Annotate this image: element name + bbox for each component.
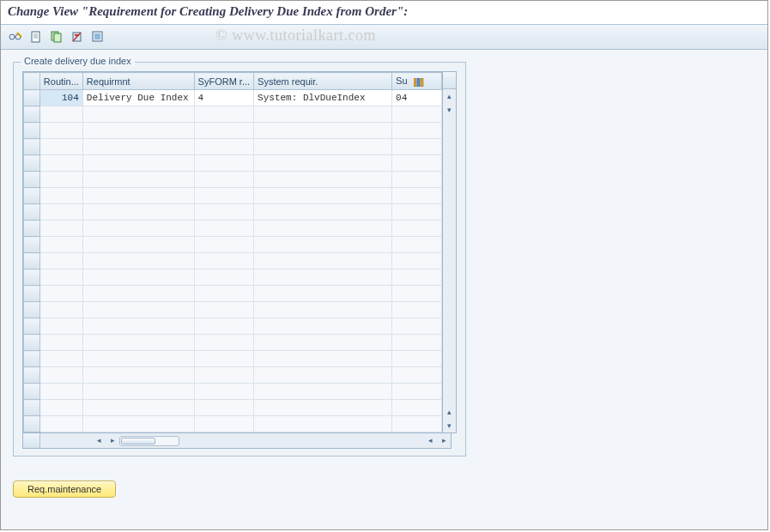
- cell-empty[interactable]: [254, 318, 392, 335]
- cell-empty[interactable]: [39, 204, 82, 221]
- table-row[interactable]: [24, 253, 442, 269]
- scroll-left-button[interactable]: ◂: [93, 435, 105, 447]
- data-grid[interactable]: Routin... Requirmnt SyFORM r... System r…: [23, 72, 442, 432]
- cell-empty[interactable]: [392, 221, 442, 237]
- cell-empty[interactable]: [392, 335, 442, 351]
- table-row[interactable]: [24, 123, 442, 139]
- table-row[interactable]: [24, 351, 442, 367]
- copy-button[interactable]: [47, 28, 66, 45]
- cell-empty[interactable]: [254, 335, 392, 351]
- cell-empty[interactable]: [82, 221, 194, 237]
- col-syform[interactable]: SyFORM r...: [194, 73, 254, 90]
- row-selector[interactable]: [24, 221, 40, 237]
- scroll-right-button-right[interactable]: ▸: [438, 435, 450, 447]
- cell-empty[interactable]: [82, 286, 194, 302]
- cell-empty[interactable]: [254, 237, 392, 253]
- delete-button[interactable]: [68, 28, 87, 45]
- table-row[interactable]: [24, 106, 442, 123]
- row-selector[interactable]: [24, 286, 40, 302]
- row-selector[interactable]: [24, 416, 40, 432]
- table-row[interactable]: [24, 155, 442, 172]
- cell-empty[interactable]: [194, 204, 254, 221]
- cell-empty[interactable]: [82, 237, 194, 253]
- cell-empty[interactable]: [194, 139, 254, 155]
- cell-empty[interactable]: [254, 269, 392, 286]
- row-selector[interactable]: [24, 123, 40, 139]
- cell-empty[interactable]: [254, 221, 392, 237]
- row-selector[interactable]: [24, 400, 40, 416]
- cell-empty[interactable]: [254, 204, 392, 221]
- cell-empty[interactable]: [82, 188, 194, 204]
- table-row[interactable]: [24, 335, 442, 351]
- cell-empty[interactable]: [194, 351, 254, 367]
- cell-empty[interactable]: [194, 416, 254, 432]
- vertical-scrollbar[interactable]: ▴ ▾ ▴ ▾: [443, 71, 457, 433]
- table-row[interactable]: [24, 269, 442, 286]
- cell-empty[interactable]: [82, 139, 194, 155]
- req-maintenance-button[interactable]: Req.maintenance: [13, 481, 116, 498]
- cell-empty[interactable]: [82, 172, 194, 188]
- cell-routin[interactable]: 104: [39, 90, 82, 106]
- scroll-left-button-right[interactable]: ◂: [424, 435, 436, 447]
- cell-empty[interactable]: [82, 367, 194, 384]
- horizontal-scrollbar[interactable]: ◂ ▸ ◂ ▸: [22, 433, 452, 449]
- cell-sysreq[interactable]: System: DlvDueIndex: [254, 90, 392, 106]
- cell-empty[interactable]: [194, 188, 254, 204]
- cell-syform[interactable]: 4: [194, 90, 254, 106]
- cell-empty[interactable]: [392, 155, 442, 172]
- row-selector[interactable]: [24, 335, 40, 351]
- table-row[interactable]: [24, 318, 442, 335]
- cell-empty[interactable]: [39, 123, 82, 139]
- cell-empty[interactable]: [254, 384, 392, 400]
- table-row[interactable]: [24, 139, 442, 155]
- table-row[interactable]: [24, 416, 442, 432]
- row-selector[interactable]: [24, 155, 40, 172]
- cell-empty[interactable]: [392, 172, 442, 188]
- select-all-button[interactable]: [88, 28, 107, 45]
- row-selector[interactable]: [24, 139, 40, 155]
- table-row[interactable]: [24, 302, 442, 318]
- cell-empty[interactable]: [194, 318, 254, 335]
- cell-empty[interactable]: [39, 172, 82, 188]
- cell-empty[interactable]: [392, 204, 442, 221]
- table-row[interactable]: [24, 367, 442, 384]
- row-selector[interactable]: [24, 204, 40, 221]
- row-selector[interactable]: [24, 237, 40, 253]
- col-rowselector[interactable]: [24, 73, 40, 90]
- cell-empty[interactable]: [392, 269, 442, 286]
- cell-empty[interactable]: [39, 155, 82, 172]
- cell-empty[interactable]: [82, 351, 194, 367]
- cell-empty[interactable]: [82, 269, 194, 286]
- table-row[interactable]: [24, 221, 442, 237]
- row-selector[interactable]: [24, 367, 40, 384]
- row-selector[interactable]: [24, 351, 40, 367]
- table-row[interactable]: [24, 286, 442, 302]
- cell-empty[interactable]: [194, 384, 254, 400]
- cell-empty[interactable]: [254, 123, 392, 139]
- cell-empty[interactable]: [39, 237, 82, 253]
- table-row[interactable]: 104 Delivery Due Index 4 System: DlvDueI…: [24, 90, 442, 106]
- cell-empty[interactable]: [392, 253, 442, 269]
- scroll-up-button[interactable]: ▴: [443, 89, 456, 103]
- row-selector[interactable]: [24, 318, 40, 335]
- cell-empty[interactable]: [254, 155, 392, 172]
- row-selector[interactable]: [24, 172, 40, 188]
- table-row[interactable]: [24, 204, 442, 221]
- cell-empty[interactable]: [392, 237, 442, 253]
- cell-empty[interactable]: [254, 400, 392, 416]
- cell-empty[interactable]: [194, 123, 254, 139]
- col-su[interactable]: Su: [392, 73, 442, 90]
- cell-empty[interactable]: [82, 204, 194, 221]
- cell-empty[interactable]: [39, 139, 82, 155]
- cell-empty[interactable]: [392, 400, 442, 416]
- table-row[interactable]: [24, 384, 442, 400]
- cell-empty[interactable]: [392, 123, 442, 139]
- row-selector[interactable]: [24, 90, 40, 106]
- cell-empty[interactable]: [392, 318, 442, 335]
- cell-empty[interactable]: [392, 302, 442, 318]
- cell-empty[interactable]: [39, 416, 82, 432]
- row-selector[interactable]: [24, 269, 40, 286]
- scroll-right-button[interactable]: ▸: [106, 435, 118, 447]
- cell-empty[interactable]: [82, 400, 194, 416]
- cell-empty[interactable]: [254, 139, 392, 155]
